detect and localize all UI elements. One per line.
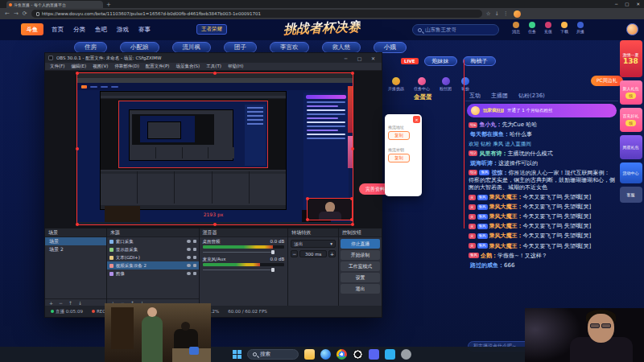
new-tab-button[interactable]: + <box>106 2 111 8</box>
chat-tab[interactable]: 钻粉(236) <box>518 92 545 100</box>
chat-username[interactable]: 鱼小丸 <box>479 121 502 128</box>
taskbar-app-icon[interactable] <box>353 349 363 360</box>
source-row[interactable]: 显示器采集 <box>107 245 199 253</box>
browser-menu-icon[interactable]: ⋮ <box>503 10 509 17</box>
header-action[interactable]: 开播 <box>576 22 584 34</box>
obs-close-button[interactable]: ✕ <box>368 56 378 61</box>
lock-icon[interactable] <box>193 264 196 267</box>
chat-username[interactable]: 乘风大魔王 <box>489 243 523 249</box>
anchor-tool[interactable]: 开播挑战 <box>388 77 404 91</box>
obs-control-button[interactable]: 开始录制 <box>341 250 380 260</box>
site-search[interactable]: 山东鲁王发哥 <box>412 24 499 35</box>
room-tag[interactable]: 流川枫 <box>172 42 212 53</box>
douyu-logo[interactable]: 斗鱼 <box>21 23 43 35</box>
lock-icon[interactable] <box>193 240 196 243</box>
pc-client-badge[interactable]: PC周边礼 <box>591 76 623 86</box>
browser-tab[interactable]: 斗鱼直播 - 每个人的直播平台 <box>6 1 103 8</box>
obs-maximize-button[interactable]: ▢ <box>354 56 365 61</box>
obs-minimize-button[interactable]: ─ <box>341 56 351 61</box>
nav-item[interactable]: 游戏 <box>117 26 129 34</box>
header-action[interactable]: 任务 <box>528 22 536 34</box>
duration-plus-button[interactable]: + <box>328 250 336 257</box>
header-action[interactable]: 下载 <box>560 22 568 34</box>
source-row[interactable]: 窗口采集 <box>107 237 199 245</box>
obs-preview-webcam-overlay[interactable] <box>307 198 353 220</box>
obs-menu-item[interactable]: 停靠部件(D) <box>114 64 139 69</box>
chat-tab[interactable]: 互动 <box>469 92 481 100</box>
source-row[interactable]: 文本(GDI+) <box>107 253 199 261</box>
chat-username[interactable]: 每天都在摸鱼 <box>470 131 510 138</box>
transition-select[interactable]: 淡出 ▾ <box>291 240 336 248</box>
download-icon[interactable]: ↓ <box>494 10 498 17</box>
promo-card[interactable]: 首充好礼 领 <box>620 108 642 132</box>
taskbar-app-icon[interactable] <box>304 349 315 360</box>
scenes-toolbar-button[interactable]: ↓ <box>78 300 82 306</box>
nav-item[interactable]: 鱼吧 <box>95 26 107 34</box>
anchor-tool[interactable]: 任务中心 <box>414 77 430 91</box>
obs-menu-item[interactable]: 视图(V) <box>93 64 108 69</box>
bookmark-star-icon[interactable]: ☆ <box>486 10 491 17</box>
claim-button[interactable]: 领 <box>625 93 636 99</box>
anchor-tool[interactable]: 粉丝团 <box>440 77 452 91</box>
chat-tab[interactable]: 主播团 <box>491 92 508 100</box>
volume-slider[interactable] <box>203 249 285 254</box>
minimize-button[interactable]: ─ <box>615 2 617 6</box>
taskbar-app-icon[interactable] <box>401 349 411 360</box>
chat-username[interactable]: 风里有诗 <box>479 150 507 157</box>
url-box[interactable]: https://www.douyu.com/beta/11103607/puls… <box>31 10 482 18</box>
room-tag[interactable]: 炮妹妹 <box>424 56 457 66</box>
obs-preview[interactable]: 2193 px <box>45 71 382 228</box>
taskbar-app-icon[interactable] <box>320 349 331 360</box>
nav-item[interactable]: 分类 <box>73 26 85 34</box>
scene-row[interactable]: 场景 2 <box>45 245 106 253</box>
scenes-toolbar-button[interactable]: + <box>49 300 53 306</box>
header-action[interactable]: 充值 <box>544 22 552 34</box>
obs-control-button[interactable]: 停止直播 <box>341 239 380 249</box>
user-avatar[interactable] <box>626 23 638 35</box>
back-icon[interactable]: ← <box>5 10 10 17</box>
taskbar-search[interactable]: 搜索 <box>247 349 299 360</box>
room-tag[interactable]: 小配娘 <box>120 42 159 53</box>
chat-username[interactable]: 观海听涛 <box>470 160 498 167</box>
room-tag[interactable]: 梅柚子 <box>463 56 496 66</box>
obs-control-button[interactable]: 退出 <box>341 284 380 294</box>
chat-username[interactable]: 乘风大魔王 <box>489 204 523 210</box>
lock-icon[interactable] <box>193 256 196 259</box>
visibility-eye-icon[interactable] <box>187 264 191 267</box>
room-tag[interactable]: 救人慈 <box>322 42 361 53</box>
maximize-button[interactable]: ▢ <box>625 2 629 6</box>
popup-close-icon[interactable]: ✕ <box>413 116 420 123</box>
obs-menu-item[interactable]: 工具(T) <box>206 64 221 69</box>
promo-card[interactable]: 激情一夏 138 <box>620 40 642 77</box>
obs-menu-item[interactable]: 帮助(H) <box>228 64 243 69</box>
room-tag[interactable]: 李言欢 <box>270 42 309 53</box>
obs-control-button[interactable]: 工作室模式 <box>341 261 380 271</box>
duration-minus-button[interactable]: − <box>291 250 298 257</box>
obs-menu-item[interactable]: 配置文件(P) <box>146 64 170 69</box>
chat-username[interactable]: 乘风大魔王 <box>489 213 523 220</box>
copy-button[interactable]: 复制 <box>388 154 410 162</box>
start-button[interactable] <box>233 350 242 359</box>
visibility-eye-icon[interactable] <box>187 240 191 243</box>
chat-username[interactable]: 企鹅 <box>481 253 497 259</box>
scenes-toolbar-button[interactable]: − <box>59 300 63 306</box>
chat-username[interactable]: 路过的咸鱼 <box>470 262 504 269</box>
promo-card[interactable]: 周星礼包 <box>620 135 642 159</box>
obs-control-button[interactable]: 设置 <box>341 273 380 282</box>
lock-icon[interactable] <box>193 248 196 251</box>
copy-button[interactable]: 复制 <box>388 131 410 140</box>
room-tag[interactable]: 小娥 <box>374 42 407 53</box>
reload-icon[interactable]: ⟳ <box>23 10 27 17</box>
visibility-eye-icon[interactable] <box>187 256 191 259</box>
browser-profile-avatar[interactable] <box>514 10 521 18</box>
promo-card[interactable]: 客服 <box>620 187 642 203</box>
anchor-tool[interactable]: 装扮 <box>461 77 469 91</box>
forward-icon[interactable]: → <box>14 10 19 17</box>
source-row[interactable]: 视频采集设备 2 <box>107 261 199 269</box>
volume-slider[interactable] <box>203 267 285 272</box>
nav-item-kog[interactable]: 王者荣耀 <box>196 24 227 35</box>
obs-menu-item[interactable]: 文件(F) <box>50 64 64 69</box>
header-action[interactable]: 消息 <box>512 22 520 34</box>
promo-card[interactable]: 活动中心 <box>620 162 642 183</box>
chat-username[interactable]: 乘风大魔王 <box>489 194 523 200</box>
